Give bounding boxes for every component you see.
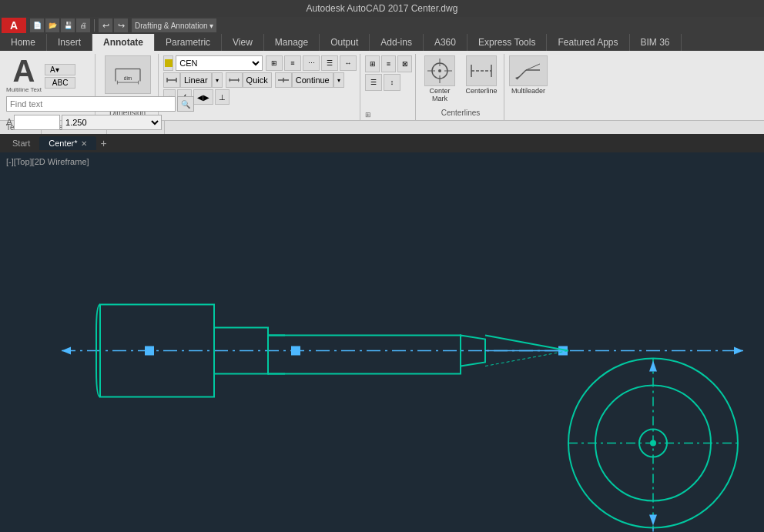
menu-bar: A 📄 📂 💾 🖨 ↩ ↪ Drafting & Annotation ▾ (0, 17, 764, 34)
tab-insert[interactable]: Insert (47, 34, 92, 51)
tab-manage[interactable]: Manage (264, 34, 320, 51)
new-tab-button[interactable]: + (96, 137, 112, 149)
centerlines-group: CenterMark Centerline Centerlines (417, 54, 504, 120)
dimension-button[interactable]: dim (105, 55, 151, 94)
text-dropdown-btn[interactable]: A▾ (45, 64, 75, 75)
svg-line-26 (526, 64, 540, 70)
svg-marker-12 (238, 78, 240, 82)
quick-button[interactable]: Quick (243, 72, 272, 88)
svg-marker-30 (734, 347, 743, 355)
quick-group: Quick (226, 72, 272, 88)
svg-line-53 (485, 351, 568, 366)
save-icon[interactable]: 💾 (61, 18, 75, 32)
tab-featuredapps[interactable]: Featured Apps (547, 34, 629, 51)
right-icons-bot-row: ☰ ↕ (365, 74, 412, 91)
scale-row: A 1.250 1.250 (6, 115, 162, 130)
tab-parametric[interactable]: Parametric (155, 34, 222, 51)
text-group-top: A Multiline Text A▾ ABC (6, 55, 75, 93)
dim-style-icon (163, 55, 173, 71)
document-tabs: Start Center* ✕ + (0, 134, 764, 152)
dim-extra-btn3[interactable]: ◀▶ (193, 89, 213, 105)
right-icons-group: ⊞ ≡ ⊠ ☰ ↕ ⊞ (362, 54, 416, 120)
svg-rect-31 (145, 346, 154, 356)
dim-icon5[interactable]: ↔ (340, 55, 357, 71)
tab-output[interactable]: Output (320, 34, 370, 51)
centerlines-group-label: Centerlines (421, 109, 501, 119)
find-text-input[interactable] (6, 96, 176, 112)
centerline-icon (466, 55, 497, 86)
svg-marker-11 (229, 78, 230, 82)
continue-icon (275, 72, 292, 88)
svg-marker-51 (649, 515, 657, 526)
find-btn[interactable]: 🔍 (177, 96, 194, 112)
center-mark-icon (424, 55, 455, 86)
adj-icon5[interactable]: ↕ (384, 74, 400, 91)
center-mark-button[interactable]: CenterMark (421, 55, 459, 102)
workspace-dropdown[interactable]: Drafting & Annotation ▾ (132, 18, 216, 32)
dim-icons-row: ⊞ ≡ ⋯ ☰ ↔ (266, 55, 357, 71)
dim-icon3[interactable]: ⋯ (303, 55, 320, 71)
linear-button[interactable]: Linear (180, 72, 212, 88)
centerlines-buttons: CenterMark Centerline (421, 55, 501, 102)
tab-view[interactable]: View (222, 34, 264, 51)
dim-extra-btn4[interactable]: ⊥ (215, 89, 230, 105)
tab-expresstools[interactable]: Express Tools (467, 34, 547, 51)
tab-close-icon[interactable]: ✕ (81, 139, 87, 148)
ribbon-tabs: Home Insert Annotate Parametric View Man… (0, 34, 764, 51)
title-bar: Autodesk AutoCAD 2017 Center.dwg (0, 0, 764, 17)
continue-dropdown[interactable]: ▾ (333, 72, 344, 88)
multileader-group: Multileader (506, 54, 551, 120)
scale-icon: A (6, 117, 12, 128)
dim-style-row: CEN ⊞ ≡ ⋯ ☰ ↔ (163, 55, 357, 71)
linear-group: Linear ▾ (163, 72, 223, 88)
dim-style-dropdown[interactable]: CEN (176, 55, 263, 71)
multileader-button[interactable]: Multileader (509, 55, 548, 95)
autocad-logo[interactable]: A (2, 18, 26, 33)
drawing-canvas[interactable] (0, 152, 764, 532)
svg-rect-32 (291, 346, 300, 356)
tab-bim36[interactable]: BIM 36 (630, 34, 682, 51)
scale-dropdown[interactable]: 1.250 (62, 115, 162, 130)
multileader-label: Multileader (511, 87, 545, 95)
tab-addins[interactable]: Add-ins (370, 34, 424, 51)
tab-home[interactable]: Home (0, 34, 47, 51)
plot-icon[interactable]: 🖨 (76, 18, 90, 32)
adj-icon4[interactable]: ☰ (365, 74, 382, 91)
tab-start[interactable]: Start (3, 136, 39, 150)
canvas-area[interactable]: [-][Top][2D Wireframe] (0, 152, 764, 532)
find-row: 🔍 (6, 96, 194, 112)
dim-icon1[interactable]: ⊞ (266, 55, 283, 71)
linear-dropdown[interactable]: ▾ (212, 72, 223, 88)
text-group: A Multiline Text A▾ ABC 🔍 A 1.250 1.250 (3, 54, 96, 120)
svg-text:dim: dim (123, 75, 131, 80)
svg-marker-29 (62, 347, 71, 355)
redo-icon[interactable]: ↪ (114, 18, 128, 32)
continue-button[interactable]: Continue (292, 72, 333, 88)
adj-icon1[interactable]: ⊞ (365, 55, 380, 72)
adj-icon2[interactable]: ≡ (381, 55, 396, 72)
dimensions-expand[interactable]: ⊞ (365, 111, 412, 119)
scale-input[interactable]: 1.250 (14, 115, 60, 130)
abc-btn[interactable]: ABC (45, 77, 75, 89)
multileader-icon (509, 55, 548, 86)
undo-icon[interactable]: ↩ (99, 18, 112, 32)
multiline-text-button[interactable]: A Multiline Text (6, 55, 42, 93)
new-icon[interactable]: 📄 (30, 18, 44, 32)
tab-annotate[interactable]: Annotate (92, 34, 155, 51)
quick-icon (226, 72, 243, 88)
dim-icon2[interactable]: ≡ (284, 55, 301, 71)
linear-icon (163, 72, 180, 88)
open-icon[interactable]: 📂 (45, 18, 59, 32)
adj-icon3[interactable]: ⊠ (397, 55, 412, 72)
tab-a360[interactable]: A360 (424, 34, 467, 51)
centerline-button[interactable]: Centerline (462, 55, 501, 102)
svg-line-52 (485, 336, 568, 351)
title-text: Autodesk AutoCAD 2017 Center.dwg (307, 3, 458, 14)
center-mark-label: CenterMark (429, 87, 450, 102)
continue-group: Continue ▾ (275, 72, 344, 88)
right-icons-top-row: ⊞ ≡ ⊠ (365, 55, 412, 72)
centerline-label: Centerline (465, 87, 497, 95)
dim-tools-row: Linear ▾ Quick Continue ▾ (163, 72, 357, 88)
dim-icon4[interactable]: ☰ (321, 55, 338, 71)
tab-center[interactable]: Center* ✕ (39, 136, 96, 150)
